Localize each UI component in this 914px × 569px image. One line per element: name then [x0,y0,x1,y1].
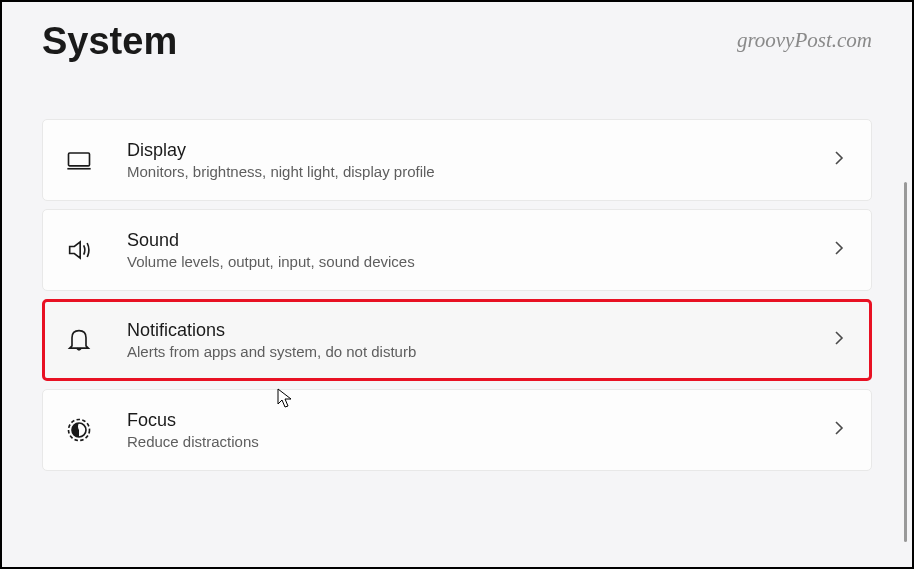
card-desc: Monitors, brightness, night light, displ… [127,163,815,180]
chevron-right-icon [831,420,847,440]
scrollbar[interactable] [904,182,907,542]
chevron-right-icon [831,240,847,260]
page-title: System [42,20,177,63]
settings-list: Display Monitors, brightness, night ligh… [42,119,872,471]
bell-icon [65,326,109,354]
card-desc: Alerts from apps and system, do not dist… [127,343,815,360]
card-title: Focus [127,410,815,431]
display-icon [65,146,109,174]
card-title: Sound [127,230,815,251]
svg-marker-2 [70,242,81,258]
card-desc: Reduce distractions [127,433,815,450]
chevron-right-icon [831,150,847,170]
focus-icon [65,416,109,444]
svg-rect-0 [69,153,90,166]
card-desc: Volume levels, output, input, sound devi… [127,253,815,270]
card-title: Notifications [127,320,815,341]
page-header: System groovyPost.com [42,20,872,63]
settings-item-sound[interactable]: Sound Volume levels, output, input, soun… [42,209,872,291]
chevron-right-icon [831,330,847,350]
card-title: Display [127,140,815,161]
settings-item-notifications[interactable]: Notifications Alerts from apps and syste… [42,299,872,381]
watermark: groovyPost.com [737,28,872,53]
card-body: Sound Volume levels, output, input, soun… [127,230,815,270]
card-body: Focus Reduce distractions [127,410,815,450]
card-body: Notifications Alerts from apps and syste… [127,320,815,360]
sound-icon [65,236,109,264]
card-body: Display Monitors, brightness, night ligh… [127,140,815,180]
settings-item-display[interactable]: Display Monitors, brightness, night ligh… [42,119,872,201]
settings-item-focus[interactable]: Focus Reduce distractions [42,389,872,471]
